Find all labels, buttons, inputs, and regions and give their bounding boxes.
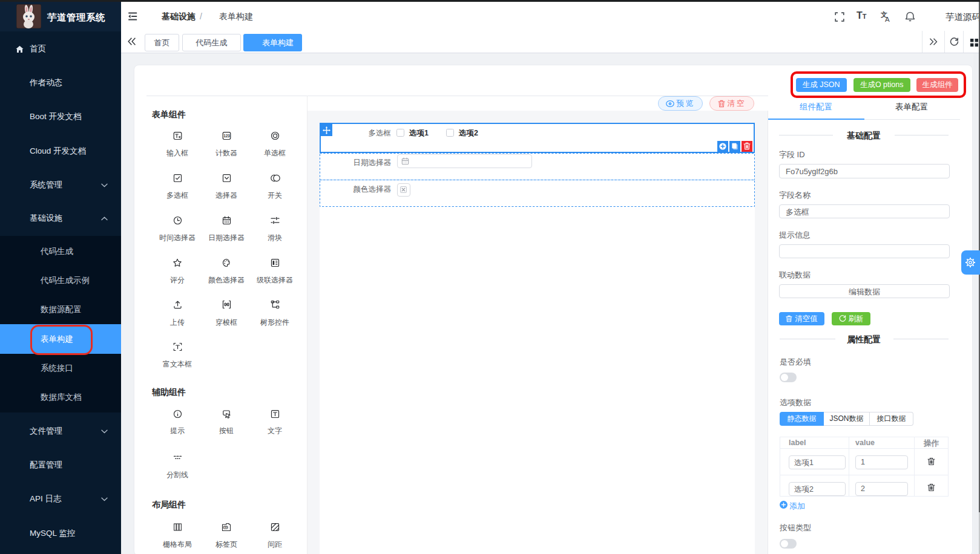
svg-text:TAB: TAB [224, 526, 228, 529]
svg-text:123: 123 [223, 134, 230, 138]
svg-text:A: A [885, 16, 890, 22]
